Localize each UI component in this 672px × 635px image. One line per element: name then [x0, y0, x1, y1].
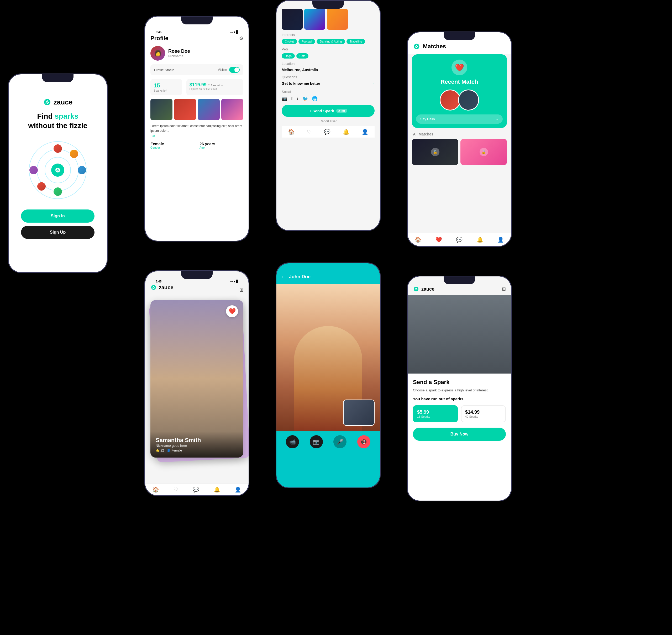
nav-bell-icon[interactable]: 🔔	[214, 486, 220, 493]
mute-button[interactable]: 🎤	[333, 435, 347, 448]
sparks-label: Sparks left	[154, 89, 179, 92]
send-spark-label: + Send Spark	[309, 109, 334, 113]
instagram-icon[interactable]: 📷	[282, 96, 287, 102]
price1-amount: $5.99	[417, 410, 454, 415]
age-box: 26 years Age	[199, 141, 243, 149]
lock-icon-2: 🔒	[480, 148, 488, 156]
recent-match-label: Recent Match	[417, 79, 502, 85]
status-bar: 6:45 ▪▪▪ ▾ ▊	[150, 27, 243, 35]
end-call-button[interactable]: 📵	[357, 435, 370, 448]
video-controls: 📹 📷 🎤 📵	[276, 431, 380, 453]
match-thumb-1[interactable]: 🔒	[412, 139, 458, 165]
phone-video: ← John Doe 📹 📷 🎤 📵	[276, 263, 381, 488]
user-nickname: Nickname	[168, 54, 190, 58]
filter-icon[interactable]: ⊞	[502, 286, 506, 292]
nav-heart-icon[interactable]: ♡	[307, 129, 311, 135]
say-hello-bar[interactable]: Say Hello... →	[416, 114, 503, 124]
caller-name: John Doe	[289, 274, 310, 280]
globe-icon[interactable]: 🌐	[312, 96, 318, 102]
video-pip	[343, 399, 374, 426]
tag-cats[interactable]: Cats	[296, 53, 309, 59]
photo-4[interactable]	[221, 99, 243, 120]
zauce-logo: zauce	[43, 98, 72, 106]
orbit-avatar-5	[69, 149, 79, 158]
signin-button[interactable]: Sign In	[21, 210, 94, 223]
report-user-link[interactable]: Report User	[282, 119, 374, 123]
nav-profile-icon[interactable]: 👤	[497, 237, 504, 243]
nav-chat-icon[interactable]: 💬	[324, 129, 330, 135]
match-avatars	[417, 89, 502, 110]
matches-grid: 🔒 🔒	[408, 139, 511, 165]
match-thumb-2[interactable]: 🔒	[460, 139, 507, 165]
photo-2[interactable]	[174, 99, 196, 120]
nav-profile-icon[interactable]: 👤	[235, 486, 241, 493]
logo-icon	[150, 284, 157, 291]
photo-3[interactable]	[198, 99, 220, 120]
svg-point-5	[153, 288, 154, 289]
location-value: Melbourne, Australia	[282, 68, 374, 72]
nav-profile-icon[interactable]: 👤	[362, 129, 368, 135]
camera-button[interactable]: 📹	[286, 435, 299, 448]
gender-box: Female Gender	[150, 141, 194, 149]
swipe-card-front[interactable]: ❤️ Samantha Smith Nickname goes here ⭐ 2…	[150, 300, 243, 458]
signup-button[interactable]: Sign Up	[21, 226, 94, 239]
phone-swipe: 6:45 ▪▪▪ ▾ ▊ zauce ⊞	[144, 270, 250, 496]
questions-arrow[interactable]: →	[370, 81, 374, 87]
strip-photo-1	[282, 9, 303, 30]
out-of-sparks-text: You have run out of sparks.	[413, 397, 506, 401]
nav-heart-icon[interactable]: ♡	[174, 486, 178, 493]
photo-1[interactable]	[150, 99, 172, 120]
flip-button[interactable]: 📷	[310, 435, 323, 448]
nav-heart-icon[interactable]: ❤️	[435, 237, 442, 243]
bio-link[interactable]: Bio	[150, 134, 243, 138]
signal-icons: ▪▪▪ ▾ ▊	[230, 280, 238, 283]
strip-photo-3	[327, 9, 348, 30]
gender-value: Female	[150, 141, 194, 146]
gender-age-row: Female Gender 26 years Age	[150, 141, 243, 149]
all-matches-title: All Matches	[408, 132, 511, 139]
notch	[312, 263, 344, 271]
visibility-toggle[interactable]	[229, 67, 240, 73]
profile-header: Profile ⚙	[150, 35, 243, 42]
match-avatar-male	[458, 89, 479, 110]
time: 6:45	[156, 30, 161, 34]
send-spark-button[interactable]: + Send Spark 2 left	[282, 105, 374, 117]
nav-bell-icon[interactable]: 🔔	[343, 129, 349, 135]
settings-icon[interactable]: ⚙	[239, 36, 243, 41]
zauce-brand-icon	[43, 98, 51, 106]
send-arrow-icon[interactable]: →	[495, 117, 498, 121]
status-value: Visible	[218, 68, 227, 72]
matches-logo-icon	[413, 43, 420, 50]
tag-travelling[interactable]: Travelling	[347, 39, 365, 44]
price-option-1[interactable]: $5.99 15 Sparks	[413, 405, 458, 422]
filter-icon[interactable]: ⊞	[239, 287, 243, 293]
price-option-2[interactable]: $14.99 40 Sparks	[461, 405, 506, 422]
video-main	[276, 284, 380, 431]
tag-cricket[interactable]: Cricket	[282, 39, 297, 44]
like-badge[interactable]: ❤️	[226, 305, 238, 318]
facebook-icon[interactable]: f	[291, 96, 293, 102]
back-arrow-icon[interactable]: ←	[281, 274, 286, 280]
top-photos	[282, 9, 374, 30]
tag-dogs[interactable]: Dogs	[282, 53, 295, 59]
social-icons: 📷 f ♪ 🐦 🌐	[282, 96, 374, 102]
card-info: Samantha Smith Nickname goes here ⭐ 22 👤…	[150, 432, 243, 458]
twitter-icon[interactable]: 🐦	[302, 96, 308, 102]
nav-chat-icon[interactable]: 💬	[456, 237, 462, 243]
sparks-row: 15 Sparks left $119.99 / 12 months Expir…	[150, 79, 243, 95]
age-value: 26 years	[199, 141, 243, 146]
tiktok-icon[interactable]: ♪	[296, 96, 299, 102]
tag-dancing[interactable]: Dancing & Acting	[317, 39, 345, 44]
card-stack[interactable]: ❤️ Samantha Smith Nickname goes here ⭐ 2…	[150, 300, 243, 463]
notch	[443, 277, 475, 284]
nav-chat-icon[interactable]: 💬	[193, 486, 199, 493]
time: 6:45	[156, 280, 161, 283]
buy-now-button[interactable]: Buy Now	[413, 428, 506, 441]
nav-home-icon[interactable]: 🏠	[288, 129, 295, 135]
nav-home-icon[interactable]: 🏠	[153, 486, 159, 493]
nav-bell-icon[interactable]: 🔔	[477, 237, 483, 243]
swipe-header: zauce ⊞	[150, 284, 243, 296]
orbit-avatar-3	[53, 187, 63, 196]
nav-home-icon[interactable]: 🏠	[415, 237, 421, 243]
tag-football[interactable]: Football	[299, 39, 315, 44]
